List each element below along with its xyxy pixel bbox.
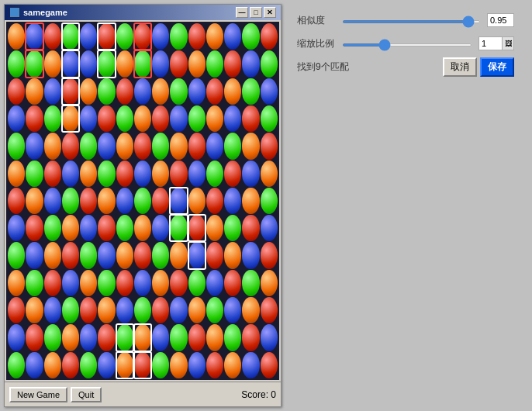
grid-cell[interactable] — [242, 133, 259, 159]
grid-cell[interactable] — [224, 50, 241, 77]
grid-cell[interactable] — [242, 188, 259, 214]
grid-cell[interactable] — [206, 133, 223, 159]
grid-cell[interactable] — [242, 324, 259, 351]
grid-cell[interactable] — [134, 161, 151, 187]
grid-cell[interactable] — [134, 297, 151, 323]
grid-cell[interactable] — [134, 105, 151, 132]
grid-cell[interactable] — [116, 242, 133, 268]
grid-cell[interactable] — [170, 133, 187, 159]
grid-cell[interactable] — [116, 50, 133, 77]
grid-cell[interactable] — [242, 105, 259, 132]
grid-cell[interactable] — [98, 215, 115, 241]
grid-cell[interactable] — [26, 324, 43, 351]
grid-cell[interactable] — [80, 78, 97, 105]
grid-cell[interactable] — [188, 242, 206, 268]
grid-cell[interactable] — [261, 105, 278, 132]
grid-cell[interactable] — [26, 161, 43, 187]
grid-cell[interactable] — [116, 78, 133, 105]
grid-cell[interactable] — [62, 105, 79, 132]
grid-cell[interactable] — [188, 105, 206, 132]
grid-cell[interactable] — [152, 324, 169, 351]
grid-cell[interactable] — [44, 324, 61, 351]
grid-cell[interactable] — [170, 242, 187, 268]
grid-cell[interactable] — [8, 297, 25, 323]
grid-cell[interactable] — [152, 352, 169, 378]
grid-cell[interactable] — [44, 105, 61, 132]
grid-cell[interactable] — [26, 133, 43, 159]
grid-cell[interactable] — [80, 23, 97, 50]
grid-cell[interactable] — [134, 50, 151, 77]
grid-cell[interactable] — [62, 297, 79, 323]
grid-cell[interactable] — [8, 133, 25, 159]
grid-cell[interactable] — [44, 161, 61, 187]
maximize-button[interactable]: □ — [250, 7, 262, 18]
grid-cell[interactable] — [134, 78, 151, 105]
grid-cell[interactable] — [98, 105, 115, 132]
new-game-button[interactable]: New Game — [9, 387, 67, 402]
grid-cell[interactable] — [116, 23, 133, 50]
grid-cell[interactable] — [98, 23, 115, 50]
grid-cell[interactable] — [242, 270, 259, 296]
grid-cell[interactable] — [44, 270, 61, 296]
cancel-button[interactable]: 取消 — [443, 57, 477, 77]
grid-cell[interactable] — [152, 78, 169, 105]
grid-cell[interactable] — [116, 161, 133, 187]
grid-cell[interactable] — [188, 324, 206, 351]
grid-cell[interactable] — [134, 352, 151, 378]
grid-cell[interactable] — [188, 215, 206, 241]
grid-cell[interactable] — [8, 270, 25, 296]
grid-cell[interactable] — [98, 270, 115, 296]
grid-cell[interactable] — [242, 215, 259, 241]
grid-cell[interactable] — [98, 133, 115, 159]
scale-pick-button[interactable]: 🖼 — [502, 36, 514, 50]
close-button[interactable]: ✕ — [264, 7, 276, 18]
grid-cell[interactable] — [242, 161, 259, 187]
grid-cell[interactable] — [242, 242, 259, 268]
grid-cell[interactable] — [98, 50, 115, 77]
grid-cell[interactable] — [152, 50, 169, 77]
grid-cell[interactable] — [116, 105, 133, 132]
grid-cell[interactable] — [170, 352, 187, 378]
grid-cell[interactable] — [206, 50, 223, 77]
grid-cell[interactable] — [152, 270, 169, 296]
grid-cell[interactable] — [44, 50, 61, 77]
grid-cell[interactable] — [170, 50, 187, 77]
grid-cell[interactable] — [206, 78, 223, 105]
grid-cell[interactable] — [98, 242, 115, 268]
grid-cell[interactable] — [224, 324, 241, 351]
grid-cell[interactable] — [44, 78, 61, 105]
grid-cell[interactable] — [224, 133, 241, 159]
grid-cell[interactable] — [44, 352, 61, 378]
grid-cell[interactable] — [8, 215, 25, 241]
grid-cell[interactable] — [261, 297, 278, 323]
grid-cell[interactable] — [80, 215, 97, 241]
grid-cell[interactable] — [26, 242, 43, 268]
grid-cell[interactable] — [44, 297, 61, 323]
grid-cell[interactable] — [261, 50, 278, 77]
grid-cell[interactable] — [206, 161, 223, 187]
grid-cell[interactable] — [152, 215, 169, 241]
grid-cell[interactable] — [80, 50, 97, 77]
grid-cell[interactable] — [98, 297, 115, 323]
grid-cell[interactable] — [188, 297, 206, 323]
grid-cell[interactable] — [8, 324, 25, 351]
grid-cell[interactable] — [170, 105, 187, 132]
grid-cell[interactable] — [261, 188, 278, 214]
grid-cell[interactable] — [62, 161, 79, 187]
grid-cell[interactable] — [152, 23, 169, 50]
grid-cell[interactable] — [206, 297, 223, 323]
grid-cell[interactable] — [188, 133, 206, 159]
grid-cell[interactable] — [206, 242, 223, 268]
similarity-slider[interactable] — [342, 20, 481, 23]
game-area[interactable] — [6, 22, 279, 380]
grid-cell[interactable] — [188, 23, 206, 50]
grid-cell[interactable] — [26, 352, 43, 378]
grid-cell[interactable] — [170, 161, 187, 187]
grid-cell[interactable] — [134, 324, 151, 351]
grid-cell[interactable] — [134, 242, 151, 268]
grid-cell[interactable] — [26, 23, 43, 50]
grid-cell[interactable] — [62, 133, 79, 159]
grid-cell[interactable] — [8, 242, 25, 268]
grid-cell[interactable] — [26, 188, 43, 214]
grid-cell[interactable] — [134, 188, 151, 214]
